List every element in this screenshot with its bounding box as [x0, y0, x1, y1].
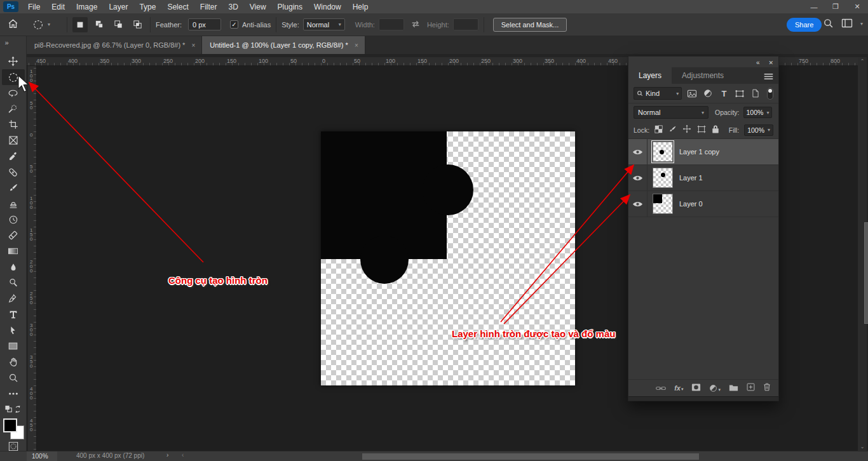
new-layer-icon[interactable]: [747, 382, 755, 394]
ellipse-marquee-tool[interactable]: [2, 69, 25, 85]
menu-item-view[interactable]: View: [244, 0, 272, 13]
panel-close-button[interactable]: ✕: [768, 60, 773, 66]
chevron-down-icon[interactable]: ▾: [860, 21, 863, 27]
lock-all-icon[interactable]: [712, 124, 719, 136]
swap-dimensions-icon[interactable]: [410, 20, 421, 30]
filter-toggle-switch[interactable]: [767, 88, 773, 100]
search-icon[interactable]: [823, 18, 834, 30]
fill-input[interactable]: 100% ▾: [744, 124, 773, 136]
hand-tool[interactable]: [2, 354, 25, 370]
share-button[interactable]: Share: [787, 18, 822, 32]
workspace-icon[interactable]: [841, 18, 853, 29]
type-tool[interactable]: [2, 307, 25, 323]
lasso-tool[interactable]: [2, 85, 25, 101]
layer-row[interactable]: Layer 0: [628, 191, 778, 217]
lock-transparency-icon[interactable]: [654, 124, 663, 136]
toolbar-expand-button[interactable]: »: [0, 36, 27, 49]
hscroll-left-icon[interactable]: ‹: [182, 451, 184, 458]
layer-row[interactable]: Layer 1 copy: [628, 139, 778, 165]
delete-layer-icon[interactable]: [763, 382, 771, 394]
scroll-down-icon[interactable]: ⌄: [858, 444, 867, 450]
visibility-toggle[interactable]: [628, 165, 648, 190]
menu-item-edit[interactable]: Edit: [46, 0, 71, 13]
menu-item-window[interactable]: Window: [308, 0, 347, 13]
new-selection-button[interactable]: [72, 17, 88, 32]
layer-thumbnail[interactable]: [653, 142, 673, 162]
eyedropper-tool[interactable]: [2, 149, 25, 164]
filter-adjustment-layers-icon[interactable]: [702, 89, 714, 98]
minimize-button[interactable]: —: [803, 0, 825, 13]
eraser-tool[interactable]: [2, 227, 25, 243]
more-tools-button[interactable]: [2, 385, 25, 401]
blend-mode-select[interactable]: Normal ▾: [634, 106, 709, 119]
foreground-color-swatch[interactable]: [3, 418, 17, 432]
restore-button[interactable]: ❐: [825, 0, 846, 13]
visibility-toggle[interactable]: [628, 139, 648, 164]
tab-layers[interactable]: Layers: [628, 67, 672, 84]
layer-thumbnail[interactable]: [653, 168, 673, 188]
visibility-toggle[interactable]: [628, 191, 648, 217]
history-brush-tool[interactable]: [2, 211, 25, 227]
quick-mask-button[interactable]: [2, 442, 25, 451]
zoom-level[interactable]: 100%: [27, 451, 57, 461]
filter-shape-layers-icon[interactable]: [734, 90, 745, 98]
filter-smart-objects-icon[interactable]: [750, 89, 761, 98]
style-select[interactable]: Normal ▾: [303, 18, 345, 30]
swap-colors-button[interactable]: [2, 401, 25, 417]
layer-thumbnail[interactable]: [653, 194, 673, 214]
tab-close-icon[interactable]: ×: [191, 42, 195, 49]
add-layer-mask-icon[interactable]: [691, 382, 701, 394]
canvas[interactable]: [321, 131, 575, 385]
clone-stamp-tool[interactable]: [2, 196, 25, 212]
menu-item-select[interactable]: Select: [161, 0, 194, 13]
tab-adjustments[interactable]: Adjustments: [672, 67, 734, 84]
layer-name[interactable]: Layer 1 copy: [679, 148, 719, 156]
lock-position-icon[interactable]: [682, 124, 691, 136]
layer-effects-button[interactable]: fx▾: [674, 384, 683, 392]
lock-pixels-icon[interactable]: [668, 124, 677, 136]
quick-selection-tool[interactable]: [2, 101, 25, 117]
select-and-mask-button[interactable]: Select and Mask...: [493, 18, 567, 32]
menu-item-3d[interactable]: 3D: [222, 0, 243, 13]
subtract-from-selection-button[interactable]: [111, 17, 126, 32]
lock-artboard-icon[interactable]: [697, 124, 706, 136]
width-input[interactable]: [379, 18, 404, 30]
close-button[interactable]: ✕: [846, 0, 868, 13]
horizontal-scrollbar-thumb[interactable]: [362, 453, 699, 460]
intersect-selection-button[interactable]: [130, 17, 145, 32]
dodge-tool[interactable]: [2, 275, 25, 291]
filter-type-layers-icon[interactable]: T: [718, 89, 729, 98]
status-expand-chevron[interactable]: ›: [166, 451, 168, 458]
frame-tool[interactable]: [2, 133, 25, 149]
menu-item-file[interactable]: File: [22, 0, 46, 13]
gradient-tool[interactable]: [2, 243, 25, 259]
crop-tool[interactable]: [2, 117, 25, 133]
pen-tool[interactable]: [2, 291, 25, 307]
feather-input[interactable]: 0 px: [188, 18, 221, 30]
panel-collapse-button[interactable]: «: [756, 59, 760, 66]
menu-item-image[interactable]: Image: [71, 0, 103, 13]
menu-item-plugins[interactable]: Plugins: [272, 0, 308, 13]
filter-pixel-layers-icon[interactable]: [686, 90, 698, 98]
document-tab-1[interactable]: pi8-Recovered.jpg @ 66.7% (Layer 0, RGB/…: [27, 36, 202, 54]
active-tool-preview[interactable]: ▾: [32, 19, 62, 30]
panel-menu-icon[interactable]: [764, 71, 773, 83]
path-selection-tool[interactable]: [2, 323, 25, 338]
shape-tool[interactable]: [2, 338, 25, 354]
vertical-scrollbar-thumb[interactable]: [864, 222, 868, 324]
menu-item-help[interactable]: Help: [347, 0, 374, 13]
opacity-input[interactable]: 100% ▾: [743, 107, 773, 118]
brush-tool[interactable]: [2, 180, 25, 196]
document-tab-2[interactable]: Untitled-1 @ 100% (Layer 1 copy, RGB/8#)…: [202, 36, 365, 54]
add-to-selection-button[interactable]: [92, 17, 107, 32]
zoom-tool[interactable]: [2, 370, 25, 385]
layer-name[interactable]: Layer 1: [679, 174, 703, 182]
kind-filter-select[interactable]: Kind ▾: [634, 87, 682, 100]
layer-name[interactable]: Layer 0: [679, 200, 703, 208]
tab-close-icon[interactable]: ×: [355, 42, 358, 49]
layer-row[interactable]: Layer 1: [628, 165, 778, 191]
height-input[interactable]: [453, 18, 478, 30]
move-tool[interactable]: [2, 53, 25, 69]
new-group-icon[interactable]: [729, 382, 738, 394]
healing-brush-tool[interactable]: [2, 164, 25, 180]
